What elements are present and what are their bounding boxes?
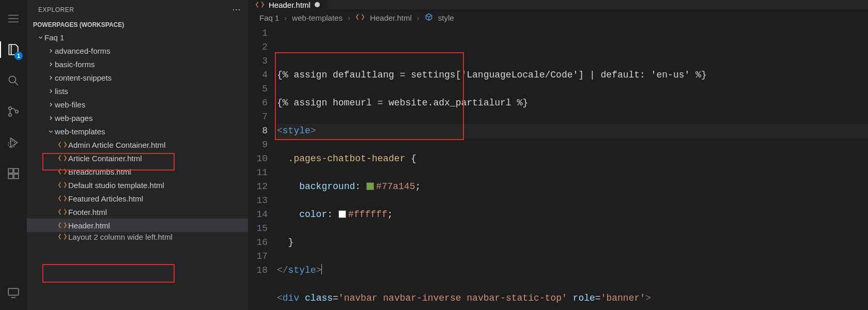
breadcrumb-item[interactable]: web-templates: [292, 13, 343, 22]
tab-label: Header.html: [269, 1, 311, 9]
tree-label: Featured Articles.html: [68, 194, 143, 203]
tree-label: Breadcrumbs.html: [68, 167, 131, 176]
debug-activity[interactable]: [0, 132, 27, 153]
editor-cursor: [321, 264, 322, 274]
breadcrumb-item[interactable]: Faq 1: [259, 13, 279, 22]
html-file-icon: [57, 167, 68, 176]
tree-file[interactable]: Footer.html: [27, 205, 248, 219]
editor-tabs: Header.html: [248, 0, 868, 9]
code-token: #ffffff: [348, 209, 388, 220]
tree-folder-web-templates[interactable]: web-templates: [27, 125, 248, 138]
tree-label: Layout 2 column wide left.html: [68, 233, 173, 241]
html-file-icon: [57, 232, 68, 241]
tree-label: lists: [55, 87, 68, 96]
tree-label: Header.html: [68, 221, 110, 230]
explorer-badge: 1: [14, 52, 23, 60]
tree-label: web-templates: [55, 127, 105, 136]
active-line-highlight: [277, 124, 868, 138]
activity-bar: 1: [0, 0, 27, 310]
html-file-icon: [57, 207, 68, 216]
remote-activity[interactable]: [0, 282, 27, 303]
tree-label: Footer.html: [68, 208, 107, 216]
breadcrumb-item[interactable]: style: [438, 13, 454, 22]
line-gutter: 123456789101112131415161718: [248, 26, 277, 310]
code-token: #77a145: [376, 181, 415, 192]
explorer-title: EXPLORER: [38, 6, 74, 13]
html-file-icon: [255, 0, 265, 9]
tree-folder[interactable]: web-pages: [27, 111, 248, 125]
html-file-icon: [57, 180, 68, 190]
chevron-right-icon: ›: [348, 13, 350, 22]
tree-label: content-snippets: [55, 73, 112, 82]
tree-file[interactable]: Layout 2 column wide left.html: [27, 232, 248, 241]
code-token: background: [299, 181, 355, 192]
menu-button[interactable]: [0, 8, 27, 29]
html-file-icon: [355, 12, 365, 23]
code-token: .pages-chatbot-header: [288, 153, 406, 164]
tree-folder[interactable]: content-snippets: [27, 71, 248, 84]
tree-folder[interactable]: web-files: [27, 98, 248, 111]
svg-rect-9: [8, 288, 19, 295]
color-swatch: [338, 210, 346, 218]
explorer-actions-icon[interactable]: ···: [232, 4, 241, 15]
tree-label: web-files: [55, 100, 85, 109]
tree-folder[interactable]: advanced-forms: [27, 44, 248, 57]
html-file-icon: [57, 140, 68, 149]
tree-label: Admin Article Container.html: [68, 141, 165, 149]
tab-dirty-indicator: [315, 2, 320, 7]
search-activity[interactable]: [0, 70, 27, 91]
tree-file[interactable]: Breadcrumbs.html: [27, 165, 248, 178]
editor-area: Header.html Faq 1 › web-templates › Head…: [248, 0, 868, 310]
svg-point-1: [9, 107, 11, 110]
tree-file[interactable]: Default studio template.html: [27, 178, 248, 192]
code-token: banner: [606, 293, 640, 303]
extensions-activity[interactable]: [0, 163, 27, 184]
tree-file-header-html[interactable]: Header.html: [27, 219, 248, 232]
code-line: {% assign defaultlang = settings['Langua…: [277, 70, 707, 80]
html-file-icon: [57, 153, 68, 163]
explorer-activity[interactable]: 1: [0, 39, 27, 60]
svg-rect-7: [8, 174, 13, 179]
scm-activity[interactable]: [0, 101, 27, 122]
html-file-icon: [57, 194, 68, 203]
tree-label: Faq 1: [44, 33, 64, 42]
file-tree: Faq 1 advanced-forms basic-forms content…: [27, 30, 248, 241]
code-editor[interactable]: 123456789101112131415161718 {% assign de…: [248, 26, 868, 310]
breadcrumbs[interactable]: Faq 1 › web-templates › Header.html › st…: [248, 9, 868, 26]
code-line: {% assign homeurl = website.adx_partialu…: [277, 98, 528, 108]
code-token: style: [288, 265, 316, 275]
svg-rect-6: [14, 168, 19, 173]
explorer-panel: EXPLORER ··· POWERPAGES (WORKSPACE) Faq …: [27, 0, 248, 310]
tree-label: web-pages: [55, 114, 92, 122]
svg-point-2: [9, 114, 11, 116]
chevron-right-icon: ›: [417, 13, 420, 22]
html-file-icon: [57, 221, 68, 230]
svg-rect-5: [8, 168, 13, 173]
tree-label: Default studio template.html: [68, 181, 164, 190]
code-token: navbar navbar-inverse navbar-static-top: [344, 293, 562, 303]
tree-label: Article Container.html: [68, 154, 142, 163]
editor-tab-header-html[interactable]: Header.html: [248, 0, 328, 9]
annotation-highlight: [42, 264, 175, 283]
tree-file[interactable]: Admin Article Container.html: [27, 138, 248, 151]
svg-point-0: [9, 76, 16, 83]
svg-rect-8: [14, 174, 19, 179]
code-lines[interactable]: {% assign defaultlang = settings['Langua…: [277, 26, 868, 310]
code-token: color: [299, 209, 327, 220]
workspace-title: POWERPAGES (WORKSPACE): [33, 21, 124, 28]
workspace-header[interactable]: POWERPAGES (WORKSPACE): [27, 19, 248, 30]
tree-folder[interactable]: basic-forms: [27, 57, 248, 71]
chevron-right-icon: ›: [284, 13, 287, 22]
tree-label: advanced-forms: [55, 47, 111, 55]
tree-label: basic-forms: [55, 60, 95, 69]
breadcrumb-item[interactable]: Header.html: [370, 13, 412, 22]
tree-file[interactable]: Article Container.html: [27, 151, 248, 165]
tree-file[interactable]: Featured Articles.html: [27, 192, 248, 205]
symbol-icon: [425, 13, 433, 23]
tree-folder[interactable]: lists: [27, 84, 248, 98]
color-swatch: [366, 182, 374, 190]
tree-folder-root[interactable]: Faq 1: [27, 30, 248, 44]
